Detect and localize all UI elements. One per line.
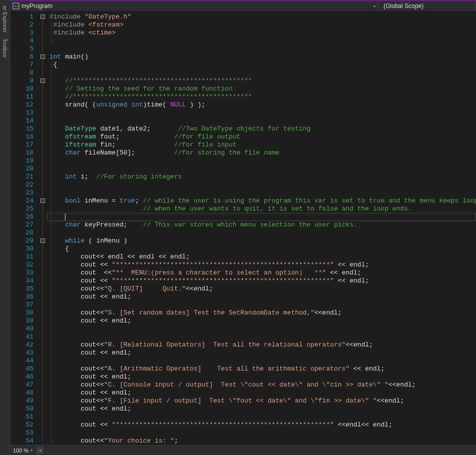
code-line[interactable]: int main() <box>47 53 476 61</box>
line-number: 36 <box>10 293 33 301</box>
fold-cell <box>37 429 47 437</box>
code-line[interactable]: | <box>47 429 476 437</box>
code-line[interactable]: |#include <ctime> <box>47 29 476 37</box>
code-line[interactable]: | cout << endl; <box>47 373 476 381</box>
line-number: 14 <box>10 117 33 125</box>
code-line[interactable]: | cout << endl; <box>47 349 476 357</box>
fold-cell <box>37 69 47 77</box>
line-number: 41 <box>10 333 33 341</box>
code-line[interactable]: | cout<<"S. [Set random dates] Test the … <box>47 309 476 317</box>
code-line[interactable]: | cout<<"Your choice is: "; <box>47 437 476 445</box>
line-number: 34 <box>10 277 33 285</box>
line-number: 49 <box>10 397 33 405</box>
fold-toggle-icon[interactable]: - <box>40 78 45 83</box>
sidebar-tool-tabs: er Explorer Toolbox <box>0 0 10 455</box>
line-number: 31 <box>10 253 33 261</box>
line-number: 28 <box>10 229 33 237</box>
code-line[interactable]: | cout<<"C. [Console input / output] Tes… <box>47 381 476 389</box>
code-line[interactable]: | cout <<"** MENU:(press a character to … <box>47 269 476 277</box>
scroll-left-button[interactable]: ◂ <box>36 447 43 454</box>
fold-cell <box>37 85 47 93</box>
code-line[interactable]: | <box>47 181 476 189</box>
code-line[interactable]: | DateType date1, date2; //Two DateType … <box>47 125 476 133</box>
outlining-margin[interactable]: ----- <box>37 11 47 445</box>
line-number: 22 <box>10 181 33 189</box>
code-line[interactable]: | cout << endl; <box>47 405 476 413</box>
code-line[interactable]: | <box>47 333 476 341</box>
code-line[interactable]: | bool inMenu = true; // while the user … <box>47 197 476 205</box>
fold-toggle-icon[interactable]: - <box>40 198 45 203</box>
code-line[interactable]: | ofstream fout; //for file output <box>47 133 476 141</box>
code-line[interactable]: | cout<<"F. [File input / output] Test \… <box>47 397 476 405</box>
code-line[interactable]: | char fileName[50]; //for storing the f… <box>47 149 476 157</box>
code-text-area[interactable]: #include "DateType.h"|#include <fstream>… <box>47 11 476 445</box>
line-number: 50 <box>10 405 33 413</box>
code-line[interactable]: |#include <fstream> <box>47 21 476 29</box>
file-context-dropdown[interactable]: ++ myProgram ▾ <box>10 1 379 11</box>
code-line[interactable]: | cout<<"Q. [QUIT] Quit."<<endl; <box>47 285 476 293</box>
code-line[interactable]: | <box>47 157 476 165</box>
code-line[interactable]: | while ( inMenu ) <box>47 237 476 245</box>
code-line[interactable]: | <box>47 213 476 221</box>
line-number: 38 <box>10 309 33 317</box>
code-line[interactable]: | //************************************… <box>47 93 476 101</box>
code-line[interactable]: | cout<< endl << endl << endl; <box>47 253 476 261</box>
code-line[interactable]: | { <box>47 245 476 253</box>
fold-cell <box>37 109 47 117</box>
code-line[interactable]: | <box>47 69 476 77</box>
cpp-file-icon: ++ <box>12 2 19 10</box>
fold-cell <box>37 413 47 421</box>
sidebar-tab-server-explorer[interactable]: er Explorer <box>1 2 9 36</box>
code-line[interactable]: | // Setting the seed for the random fun… <box>47 85 476 93</box>
code-line[interactable]: | cout << endl; <box>47 389 476 397</box>
code-line[interactable]: | <box>47 229 476 237</box>
fold-cell <box>37 381 47 389</box>
code-line[interactable]: | int i; //For storing integers <box>47 173 476 181</box>
line-number: 20 <box>10 165 33 173</box>
code-line[interactable]: | <box>47 117 476 125</box>
scope-dropdown[interactable]: (Global Scope) <box>379 1 476 11</box>
code-line[interactable]: | char keyPressed; // This var stores wh… <box>47 221 476 229</box>
fold-toggle-icon[interactable]: - <box>40 54 45 59</box>
sidebar-tab-toolbox[interactable]: Toolbox <box>1 36 9 60</box>
code-line[interactable]: | // when the user wants to quit, it is … <box>47 205 476 213</box>
code-line[interactable]: | <box>47 413 476 421</box>
fold-toggle-icon[interactable]: - <box>40 14 45 19</box>
code-line[interactable]: | <box>47 325 476 333</box>
code-line[interactable]: | ifstream fin; //for file input <box>47 141 476 149</box>
code-line[interactable]: | //************************************… <box>47 77 476 85</box>
code-line[interactable]: | cout<<"A. [Arithmatic Operatos] Test a… <box>47 365 476 373</box>
fold-cell <box>37 61 47 69</box>
code-line[interactable]: | cout<<"R. [Relational Opetators] Test … <box>47 341 476 349</box>
code-line[interactable]: | <box>47 189 476 197</box>
code-line[interactable]: | <box>47 109 476 117</box>
line-number: 35 <box>10 285 33 293</box>
fold-cell <box>37 405 47 413</box>
code-line[interactable]: | srand( (unsigned int)time( NULL ) ); <box>47 101 476 109</box>
zoom-level-dropdown[interactable]: 100 % <box>13 448 28 454</box>
chevron-down-icon: ▾ <box>374 4 376 8</box>
line-number: 30 <box>10 245 33 253</box>
fold-cell <box>37 269 47 277</box>
line-number: 27 <box>10 221 33 229</box>
code-line[interactable]: | cout << "*****************************… <box>47 421 476 429</box>
fold-cell <box>37 37 47 45</box>
code-line[interactable]: | <box>47 165 476 173</box>
code-line[interactable]: | <box>47 301 476 309</box>
line-number: 47 <box>10 381 33 389</box>
code-line[interactable]: | <box>47 37 476 45</box>
fold-cell <box>37 21 47 29</box>
code-editor[interactable]: 1234567891011121314151617181920212223242… <box>10 11 476 445</box>
code-line[interactable]: | cout << endl; <box>47 317 476 325</box>
code-line[interactable]: | cout << endl; <box>47 293 476 301</box>
fold-cell <box>37 29 47 37</box>
code-line[interactable]: | <box>47 357 476 365</box>
fold-toggle-icon[interactable]: - <box>40 238 45 243</box>
code-line[interactable] <box>47 45 476 53</box>
code-line[interactable]: | cout << "*****************************… <box>47 277 476 285</box>
line-number: 2 <box>10 21 33 29</box>
code-line[interactable]: | cout << "*****************************… <box>47 261 476 269</box>
code-line[interactable]: #include "DateType.h" <box>47 13 476 21</box>
fold-cell <box>37 213 47 221</box>
code-line[interactable]: |{ <box>47 61 476 69</box>
